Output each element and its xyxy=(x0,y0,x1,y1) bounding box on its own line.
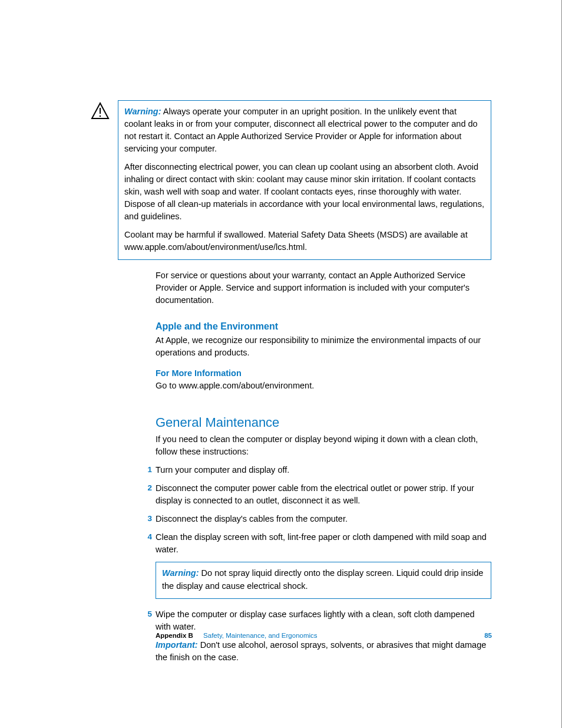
step-number: 3 xyxy=(145,513,152,525)
maintenance-steps-cont: 5 Wipe the computer or display case surf… xyxy=(156,608,491,633)
footer-chapter: Safety, Maintenance, and Ergonomics xyxy=(203,632,317,639)
step-2-text: Disconnect the computer power cable from… xyxy=(156,483,474,505)
important-text: Don't use alcohol, aerosol sprays, solve… xyxy=(156,640,486,662)
step-4-text: Clean the display screen with soft, lint… xyxy=(156,532,487,554)
warning-block-1: Warning: Always operate your computer in… xyxy=(91,100,491,260)
heading-environment: Apple and the Environment xyxy=(156,319,491,333)
warning-1-p3: Coolant may be harmful if swallowed. Mat… xyxy=(124,229,485,253)
step-number: 1 xyxy=(145,464,152,476)
step-number: 2 xyxy=(145,482,152,494)
maintenance-intro: If you need to clean the computer or dis… xyxy=(156,433,491,458)
maintenance-steps: 1 Turn your computer and display off. 2 … xyxy=(156,464,491,556)
warning-box-1: Warning: Always operate your computer in… xyxy=(118,100,491,260)
footer-appendix: Appendix B xyxy=(156,632,193,639)
step-1: 1 Turn your computer and display off. xyxy=(156,464,491,476)
warning-2-text: Do not spray liquid directly onto the di… xyxy=(162,568,483,590)
service-paragraph: For service or questions about your warr… xyxy=(156,269,491,307)
heading-more-info: For More Information xyxy=(156,367,491,380)
footer-page-number: 85 xyxy=(484,631,492,641)
heading-general-maintenance: General Maintenance xyxy=(156,413,491,432)
warning-1-p1-text: Always operate your computer in an uprig… xyxy=(124,107,478,153)
environment-body: At Apple, we recognize our responsibilit… xyxy=(156,334,491,359)
step-5-text: Wipe the computer or display case surfac… xyxy=(156,610,475,631)
step-3-text: Disconnect the display's cables from the… xyxy=(156,514,348,523)
page-footer: Appendix B Safety, Maintenance, and Ergo… xyxy=(156,631,492,641)
warning-2-body: Warning: Do not spray liquid directly on… xyxy=(162,567,485,592)
important-label: Important: xyxy=(156,640,198,650)
step-number: 4 xyxy=(145,531,152,543)
step-number: 5 xyxy=(145,608,152,620)
page: Warning: Always operate your computer in… xyxy=(0,0,562,728)
warning-icon xyxy=(91,102,110,120)
important-note: Important: Don't use alcohol, aerosol sp… xyxy=(156,639,491,664)
step-4: 4 Clean the display screen with soft, li… xyxy=(156,531,491,556)
step-1-text: Turn your computer and display off. xyxy=(156,465,289,475)
body-content: For service or questions about your warr… xyxy=(156,269,491,663)
warning-label: Warning: xyxy=(162,568,199,578)
step-5: 5 Wipe the computer or display case surf… xyxy=(156,608,491,633)
svg-point-1 xyxy=(100,116,101,117)
more-info-body: Go to www.apple.com/about/environment. xyxy=(156,380,491,392)
warning-label: Warning: xyxy=(124,107,161,116)
step-2: 2 Disconnect the computer power cable fr… xyxy=(156,482,491,507)
footer-left: Appendix B Safety, Maintenance, and Ergo… xyxy=(156,631,318,641)
warning-1-p1: Warning: Always operate your computer in… xyxy=(124,106,485,155)
step-3: 3 Disconnect the display's cables from t… xyxy=(156,513,491,525)
warning-box-2: Warning: Do not spray liquid directly on… xyxy=(156,562,491,598)
warning-1-p2: After disconnecting electrical power, yo… xyxy=(124,161,485,223)
